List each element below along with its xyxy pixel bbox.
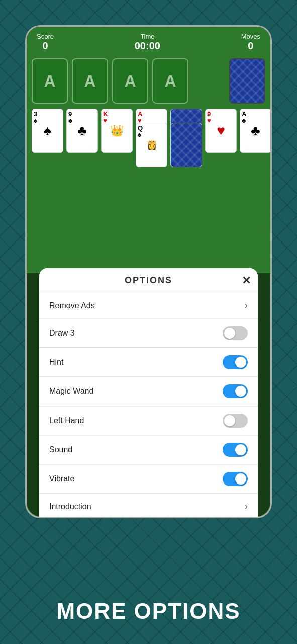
option-arrow-remove-ads: › — [245, 300, 248, 311]
close-button[interactable]: ✕ — [242, 274, 251, 287]
time-block: Time 00:00 — [135, 33, 160, 52]
option-label-magic-wand: Magic Wand — [49, 387, 93, 396]
card-qs[interactable]: Q♠ 👸 — [136, 123, 167, 167]
card-3s[interactable]: 3♠ ♠ — [32, 109, 63, 153]
card-9c[interactable]: 9♣ ♣ — [66, 109, 98, 153]
tableau-col-6: 9♥ ♥ — [205, 109, 237, 204]
toggle-draw3-knob — [224, 328, 235, 339]
score-value: 0 — [37, 40, 54, 52]
option-vibrate: Vibrate — [39, 465, 258, 494]
foundation-slot-2[interactable]: A — [72, 58, 108, 104]
phone-frame: Score 0 Time 00:00 Moves 0 A A A A 3♠ ♠ — [25, 25, 272, 518]
toggle-sound[interactable] — [223, 443, 248, 457]
toggle-sound-knob — [235, 444, 246, 455]
option-magic-wand: Magic Wand — [39, 377, 258, 406]
score-block: Score 0 — [37, 33, 54, 52]
option-draw3: Draw 3 — [39, 319, 258, 348]
option-sound: Sound — [39, 436, 258, 464]
foundation-slot-1[interactable]: A — [32, 58, 68, 104]
tableau-col-2: 9♣ ♣ — [66, 109, 98, 204]
foundation-slot-4[interactable]: A — [152, 58, 188, 104]
toggle-left-hand-knob — [224, 415, 235, 426]
toggle-hint-knob — [235, 357, 246, 368]
foundation-slot-3[interactable]: A — [112, 58, 148, 104]
deck-slot[interactable] — [229, 58, 265, 104]
toggle-vibrate-knob — [235, 473, 246, 485]
toggle-left-hand[interactable] — [223, 414, 248, 428]
tableau-col-1: 3♠ ♠ — [32, 109, 63, 204]
time-value: 00:00 — [135, 40, 160, 52]
option-label-hint: Hint — [49, 358, 63, 367]
card-9h[interactable]: 9♥ ♥ — [205, 109, 237, 153]
option-label-draw3: Draw 3 — [49, 329, 75, 338]
tableau-col-5 — [170, 109, 202, 204]
option-label-remove-ads: Remove Ads — [49, 301, 95, 310]
toggle-magic-wand-knob — [235, 386, 246, 397]
option-arrow-introduction: › — [245, 501, 248, 512]
option-label-introduction: Introduction — [49, 502, 91, 511]
moves-value: 0 — [241, 40, 260, 52]
game-header: Score 0 Time 00:00 Moves 0 — [27, 27, 270, 56]
toggle-vibrate[interactable] — [223, 472, 248, 486]
toggle-magic-wand[interactable] — [223, 384, 248, 398]
tableau-col-7: A♣ ♣ — [240, 109, 271, 204]
option-remove-ads[interactable]: Remove Ads › — [39, 293, 258, 318]
option-label-sound: Sound — [49, 445, 72, 454]
options-title: OPTIONS — [125, 275, 172, 286]
foundation-row: A A A A — [27, 56, 270, 106]
tableau-col-3: K♥ 👑 — [101, 109, 133, 204]
option-label-vibrate: Vibrate — [49, 474, 74, 484]
option-left-hand: Left Hand — [39, 407, 258, 435]
tableau-col-4: A♥ ♥ Q♠ 👸 — [136, 109, 167, 204]
score-label: Score — [37, 33, 54, 40]
moves-block: Moves 0 — [241, 33, 260, 52]
option-hint: Hint — [39, 348, 258, 377]
options-panel: OPTIONS ✕ Remove Ads › Draw 3 Hint — [39, 268, 258, 518]
options-list: Remove Ads › Draw 3 Hint Magic Wand — [39, 293, 258, 518]
card-back-2[interactable] — [170, 123, 202, 167]
moves-label: Moves — [241, 33, 260, 40]
time-label: Time — [135, 33, 160, 40]
options-header: OPTIONS ✕ — [39, 268, 258, 293]
option-label-left-hand: Left Hand — [49, 416, 84, 425]
option-introduction[interactable]: Introduction › — [39, 494, 258, 518]
tableau-area: 3♠ ♠ 9♣ ♣ K♥ 👑 A♥ ♥ Q♠ 👸 — [27, 106, 270, 207]
toggle-draw3[interactable] — [223, 326, 248, 340]
card-kh[interactable]: K♥ 👑 — [101, 109, 133, 153]
toggle-hint[interactable] — [223, 355, 248, 369]
more-options-text: MORE OPTIONS — [0, 599, 297, 624]
card-ac[interactable]: A♣ ♣ — [240, 109, 271, 153]
